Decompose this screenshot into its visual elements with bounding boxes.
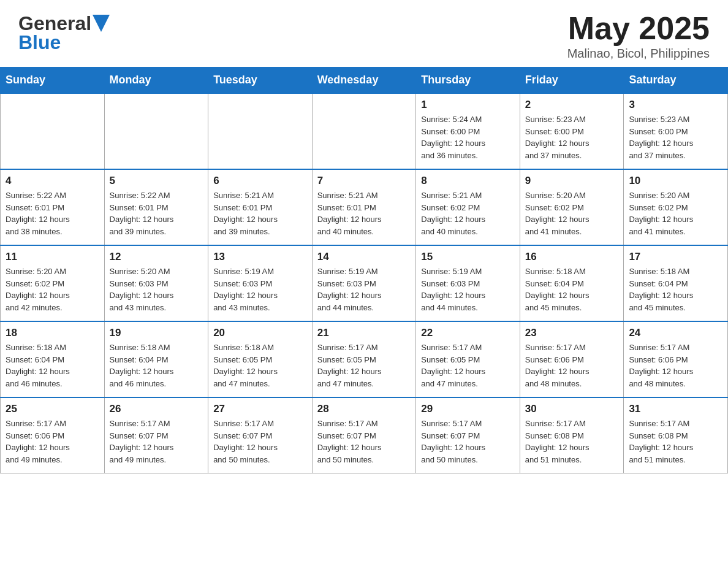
day-number: 9 [525,175,619,187]
day-info: Sunrise: 5:17 AMSunset: 6:08 PMDaylight:… [525,418,619,465]
day-number: 28 [317,403,411,415]
day-info: Sunrise: 5:20 AMSunset: 6:02 PMDaylight:… [629,190,722,237]
table-row: 6Sunrise: 5:21 AMSunset: 6:01 PMDaylight… [208,169,313,245]
day-info: Sunrise: 5:18 AMSunset: 6:04 PMDaylight:… [6,342,99,389]
table-row: 8Sunrise: 5:21 AMSunset: 6:02 PMDaylight… [416,169,520,245]
day-info: Sunrise: 5:19 AMSunset: 6:03 PMDaylight:… [213,266,307,313]
day-info: Sunrise: 5:17 AMSunset: 6:07 PMDaylight:… [213,418,307,465]
header-sunday: Sunday [1,67,105,94]
header-friday: Friday [520,67,624,94]
table-row: 28Sunrise: 5:17 AMSunset: 6:07 PMDayligh… [312,397,416,473]
table-row: 25Sunrise: 5:17 AMSunset: 6:06 PMDayligh… [1,397,105,473]
day-number: 15 [421,251,515,263]
day-number: 19 [110,327,203,339]
day-number: 31 [629,403,722,415]
day-number: 23 [525,327,619,339]
table-row: 4Sunrise: 5:22 AMSunset: 6:01 PMDaylight… [1,169,105,245]
day-number: 6 [213,175,307,187]
table-row [1,93,105,169]
day-info: Sunrise: 5:20 AMSunset: 6:02 PMDaylight:… [6,266,99,313]
day-info: Sunrise: 5:18 AMSunset: 6:04 PMDaylight:… [525,266,619,313]
day-info: Sunrise: 5:21 AMSunset: 6:02 PMDaylight:… [421,190,515,237]
day-info: Sunrise: 5:20 AMSunset: 6:03 PMDaylight:… [110,266,203,313]
day-info: Sunrise: 5:17 AMSunset: 6:07 PMDaylight:… [317,418,411,465]
table-row: 31Sunrise: 5:17 AMSunset: 6:08 PMDayligh… [624,397,728,473]
table-row: 20Sunrise: 5:18 AMSunset: 6:05 PMDayligh… [208,321,313,397]
day-info: Sunrise: 5:21 AMSunset: 6:01 PMDaylight:… [213,190,307,237]
day-number: 21 [317,327,411,339]
day-number: 10 [629,175,722,187]
day-number: 16 [525,251,619,263]
logo: General Blue [18,12,110,54]
day-number: 24 [629,327,722,339]
day-info: Sunrise: 5:17 AMSunset: 6:07 PMDaylight:… [421,418,515,465]
calendar-week-row: 11Sunrise: 5:20 AMSunset: 6:02 PMDayligh… [1,245,728,321]
day-info: Sunrise: 5:24 AMSunset: 6:00 PMDaylight:… [421,113,515,161]
table-row: 22Sunrise: 5:17 AMSunset: 6:05 PMDayligh… [416,321,520,397]
table-row: 7Sunrise: 5:21 AMSunset: 6:01 PMDaylight… [312,169,416,245]
day-number: 12 [110,251,203,263]
table-row: 23Sunrise: 5:17 AMSunset: 6:06 PMDayligh… [520,321,624,397]
logo-triangle-icon [93,15,110,34]
day-number: 13 [213,251,307,263]
header-thursday: Thursday [416,67,520,94]
table-row: 21Sunrise: 5:17 AMSunset: 6:05 PMDayligh… [312,321,416,397]
day-info: Sunrise: 5:17 AMSunset: 6:08 PMDaylight:… [629,418,722,465]
table-row [208,93,313,169]
day-info: Sunrise: 5:18 AMSunset: 6:05 PMDaylight:… [213,342,307,389]
table-row: 26Sunrise: 5:17 AMSunset: 6:07 PMDayligh… [104,397,208,473]
day-info: Sunrise: 5:21 AMSunset: 6:01 PMDaylight:… [317,190,411,237]
day-info: Sunrise: 5:18 AMSunset: 6:04 PMDaylight:… [110,342,203,389]
calendar-header-row: Sunday Monday Tuesday Wednesday Thursday… [1,67,728,94]
table-row [312,93,416,169]
header-saturday: Saturday [624,67,728,94]
location: Malinao, Bicol, Philippines [567,47,710,61]
logo-blue: Blue [18,31,61,54]
day-number: 18 [6,327,99,339]
title-area: May 2025 Malinao, Bicol, Philippines [567,12,710,61]
table-row: 16Sunrise: 5:18 AMSunset: 6:04 PMDayligh… [520,245,624,321]
day-info: Sunrise: 5:18 AMSunset: 6:04 PMDaylight:… [629,266,722,313]
day-info: Sunrise: 5:23 AMSunset: 6:00 PMDaylight:… [629,113,722,161]
day-info: Sunrise: 5:17 AMSunset: 6:06 PMDaylight:… [525,342,619,389]
table-row: 1Sunrise: 5:24 AMSunset: 6:00 PMDaylight… [416,93,520,169]
day-info: Sunrise: 5:22 AMSunset: 6:01 PMDaylight:… [110,190,203,237]
day-number: 5 [110,175,203,187]
day-info: Sunrise: 5:17 AMSunset: 6:05 PMDaylight:… [421,342,515,389]
day-number: 14 [317,251,411,263]
calendar-week-row: 18Sunrise: 5:18 AMSunset: 6:04 PMDayligh… [1,321,728,397]
day-number: 4 [6,175,99,187]
table-row: 5Sunrise: 5:22 AMSunset: 6:01 PMDaylight… [104,169,208,245]
day-info: Sunrise: 5:17 AMSunset: 6:06 PMDaylight:… [629,342,722,389]
day-number: 30 [525,403,619,415]
day-info: Sunrise: 5:19 AMSunset: 6:03 PMDaylight:… [317,266,411,313]
day-number: 7 [317,175,411,187]
day-number: 25 [6,403,99,415]
table-row: 3Sunrise: 5:23 AMSunset: 6:00 PMDaylight… [624,93,728,169]
day-number: 26 [110,403,203,415]
table-row: 30Sunrise: 5:17 AMSunset: 6:08 PMDayligh… [520,397,624,473]
day-number: 2 [525,99,619,111]
svg-marker-0 [93,15,110,32]
table-row: 24Sunrise: 5:17 AMSunset: 6:06 PMDayligh… [624,321,728,397]
header-wednesday: Wednesday [312,67,416,94]
month-year: May 2025 [567,12,710,44]
day-number: 8 [421,175,515,187]
day-number: 1 [421,99,515,111]
table-row: 18Sunrise: 5:18 AMSunset: 6:04 PMDayligh… [1,321,105,397]
calendar-week-row: 25Sunrise: 5:17 AMSunset: 6:06 PMDayligh… [1,397,728,473]
header-tuesday: Tuesday [208,67,313,94]
table-row: 11Sunrise: 5:20 AMSunset: 6:02 PMDayligh… [1,245,105,321]
table-row [104,93,208,169]
day-number: 22 [421,327,515,339]
day-info: Sunrise: 5:17 AMSunset: 6:06 PMDaylight:… [6,418,99,465]
day-number: 29 [421,403,515,415]
day-number: 20 [213,327,307,339]
table-row: 12Sunrise: 5:20 AMSunset: 6:03 PMDayligh… [104,245,208,321]
day-info: Sunrise: 5:19 AMSunset: 6:03 PMDaylight:… [421,266,515,313]
table-row: 13Sunrise: 5:19 AMSunset: 6:03 PMDayligh… [208,245,313,321]
header: General Blue May 2025 Malinao, Bicol, Ph… [0,0,728,67]
table-row: 10Sunrise: 5:20 AMSunset: 6:02 PMDayligh… [624,169,728,245]
day-number: 11 [6,251,99,263]
calendar: Sunday Monday Tuesday Wednesday Thursday… [0,67,728,473]
